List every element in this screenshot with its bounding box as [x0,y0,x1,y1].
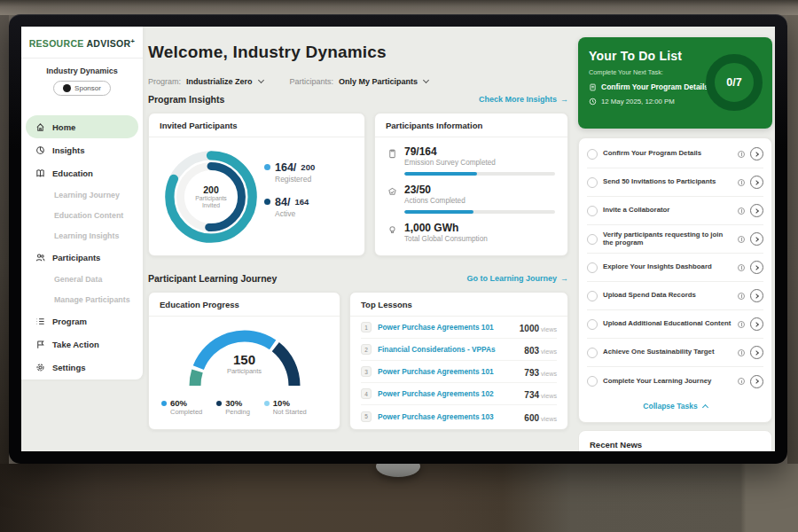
task-open-button[interactable] [750,346,763,359]
sidebar-item-home[interactable]: Home [26,115,138,138]
task-row: Confirm Your Program Details [587,140,763,168]
main-content: Welcome, Industry Dynamics Program:Indus… [148,27,568,451]
home-icon [35,122,45,132]
chevron-right-icon [754,237,759,242]
arrow-right-icon: → [560,95,568,104]
filter-bar: Program:Industrialize Zero Participants:… [148,72,428,88]
card-title: Top Lessons [350,293,567,317]
lesson-row: 2 Financial Considerations - VPPAs 803vi… [361,339,557,361]
info-icon[interactable] [738,179,745,186]
sidebar-item-manage-participants[interactable]: Manage Participants [26,289,138,309]
lesson-row: 4 Power Purchase Agreements 102 734views [361,383,557,405]
legend-active: 84/164 Active [264,196,315,218]
info-icon[interactable] [738,378,745,385]
lessons-list: 1 Power Purchase Agreements 101 1000view… [350,317,567,427]
task-checkbox[interactable] [587,149,598,160]
legend-completed: 60% Completed [161,398,202,416]
survey-progress-bar [404,172,555,176]
sidebar-item-general-data[interactable]: General Data [26,269,138,289]
task-open-button[interactable] [750,317,763,331]
consumption-stat: 1,000 GWhTotal Global Consumption [387,222,555,243]
task-open-button[interactable] [750,261,763,274]
chevron-right-icon [754,350,759,356]
emission-survey-stat: 79/164Emission Survey Completed [387,145,555,176]
todo-column: Your To Do List Complete Your Next Task:… [578,37,772,451]
take-action-icon [35,340,45,349]
info-icon[interactable] [738,349,745,356]
lesson-link[interactable]: Power Purchase Agreements 101 [378,323,513,332]
participants-icon [35,253,45,262]
task-open-button[interactable] [750,147,763,160]
sidebar-item-program[interactable]: Program [26,309,138,332]
lesson-link[interactable]: Power Purchase Agreements 102 [378,389,518,398]
task-checkbox[interactable] [587,319,598,330]
sidebar-item-learning-insights[interactable]: Learning Insights [26,225,138,246]
lesson-link[interactable]: Power Purchase Agreements 101 [378,367,518,376]
info-icon[interactable] [738,207,745,215]
insights-icon [35,145,45,155]
task-checkbox[interactable] [587,206,598,216]
task-checkbox[interactable] [587,177,598,188]
sidebar-item-education[interactable]: Education [26,161,138,184]
lesson-link[interactable]: Power Purchase Agreements 103 [378,412,518,421]
go-to-learning-journey-link[interactable]: Go to Learning Journey→ [466,274,568,283]
task-checkbox[interactable] [587,262,598,273]
survey-icon [387,149,397,159]
logo-plus: + [130,37,135,45]
education-legend: 60% Completed 30% Pending 10% Not Starte… [149,396,340,416]
task-checkbox[interactable] [587,376,598,387]
info-icon[interactable] [738,293,745,300]
participants-dropdown[interactable]: Participants:Only My Participants [290,72,429,88]
program-dropdown[interactable]: Program:Industrialize Zero [148,72,263,88]
sponsor-icon [63,84,71,92]
task-checkbox[interactable] [587,348,598,358]
dashboard-screen: RESOURCE ADVISOR+ Industry Dynamics Spon… [21,27,775,451]
collapse-tasks-link[interactable]: Collapse Tasks [587,395,763,417]
sidebar-item-participants[interactable]: Participants [26,246,138,269]
lesson-link[interactable]: Financial Considerations - VPPAs [378,345,518,354]
background-right [787,15,798,464]
chevron-down-icon [257,77,263,83]
not-started-dot [264,401,270,406]
next-task: Confirm Your Program Details [589,82,711,91]
education-progress-card: Education Progress 150 Participants 60% … [148,292,340,430]
sidebar-item-education-content[interactable]: Education Content [26,205,138,225]
actions-icon [387,187,397,197]
sponsor-badge[interactable]: Sponsor [53,81,111,96]
task-open-button[interactable] [750,289,763,302]
lesson-rank-badge: 5 [361,411,372,422]
completed-dot [161,401,167,406]
lesson-rank-badge: 2 [361,344,372,355]
sidebar-item-insights[interactable]: Insights [26,138,138,161]
chevron-right-icon [754,322,759,327]
sidebar-item-take-action[interactable]: Take Action [26,332,138,356]
sidebar-item-learning-journey[interactable]: Learning Journey [26,184,138,205]
consumption-icon [387,225,397,235]
task-open-button[interactable] [750,232,763,246]
task-checkbox[interactable] [587,291,598,301]
task-checkbox[interactable] [587,234,598,245]
info-icon[interactable] [738,264,745,271]
task-row: Invite a Collaborator [587,197,763,225]
invited-participants-card: Invited Participants 200 Participants I [148,113,365,256]
sidebar: RESOURCE ADVISOR+ Industry Dynamics Spon… [21,27,143,379]
clock-icon [589,98,597,106]
check-more-insights-link[interactable]: Check More Insights→ [479,95,568,104]
active-dot [264,199,270,205]
todo-summary-card: Your To Do List Complete Your Next Task:… [578,37,772,129]
task-open-button[interactable] [750,375,763,388]
info-icon[interactable] [738,151,745,158]
info-icon[interactable] [738,321,745,328]
legend-registered: 164/200 Registered [264,161,315,184]
info-icon[interactable] [738,236,745,243]
task-open-button[interactable] [750,176,763,189]
page-title: Welcome, Industry Dynamics [148,43,387,62]
sidebar-nav: Home Insights Education Learning Journey… [26,115,138,379]
recent-news-card: Recent News [578,430,772,451]
task-open-button[interactable] [750,204,763,217]
invited-legend: 164/200 Registered 84/164 Active [264,161,315,231]
sidebar-item-settings[interactable]: Settings [26,356,138,379]
lesson-row: 3 Power Purchase Agreements 101 793views [361,361,557,383]
task-row: Verify participants requesting to join t… [587,225,763,254]
lesson-rank-badge: 3 [361,366,372,377]
